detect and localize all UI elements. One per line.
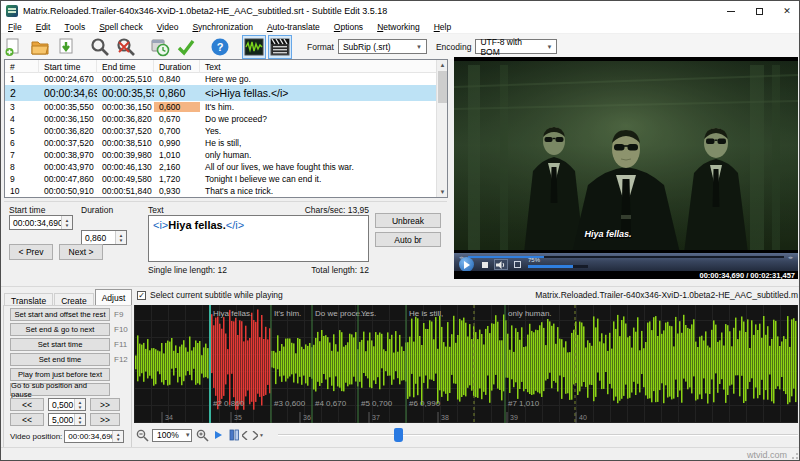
duration-label: Duration [81, 205, 113, 215]
table-row[interactable]: 400:00:36,15000:00:36,8200,670Do we proc… [5, 113, 447, 125]
open-file-button[interactable] [28, 35, 52, 59]
column-header[interactable]: Start time [39, 60, 97, 73]
menu-auto-translate[interactable]: Auto-translate [260, 21, 327, 34]
menu-edit[interactable]: Edit [29, 21, 58, 34]
table-row[interactable]: 200:00:34,69000:00:35,5500,860<i>Hiya fe… [5, 85, 447, 101]
menu-networking[interactable]: Networking [370, 21, 427, 34]
go-to-sub-position-and-pause-button[interactable]: Go to sub position and pause [10, 383, 110, 396]
svg-text:only human.: only human. [508, 309, 552, 318]
column-header[interactable]: Duration [154, 60, 200, 73]
encoding-dropdown[interactable]: UTF-8 with BOM▼ [475, 39, 557, 54]
subtitle-text-editor[interactable]: <i>Hiya fellas.</i> [148, 215, 369, 262]
nudge-large-input[interactable]: 5,000▲▼ [48, 413, 86, 426]
tab-adjust[interactable]: Adjust [95, 289, 133, 305]
menu-help[interactable]: Help [427, 21, 458, 34]
video-subtitle-overlay: Hiya fellas. [436, 229, 780, 239]
svg-text:35: 35 [234, 414, 242, 421]
svg-text:#6 0,990: #6 0,990 [409, 399, 441, 408]
nudge-fwd-small-button[interactable]: >> [90, 398, 120, 411]
video-timestamp: 00:00:34,690 / 00:02:31,457 [454, 271, 798, 279]
waveform-toolbar: 100%▼ ▼ [134, 425, 798, 445]
checkbox-icon: ✓ [137, 291, 146, 300]
menu-file[interactable]: File [1, 21, 29, 34]
table-row[interactable]: 1000:00:50,91000:00:51,8400,930That's a … [5, 185, 447, 197]
set-start-and-offset-the-rest-button[interactable]: Set start and offset the rest [10, 308, 110, 321]
playback-mode-button[interactable]: ▼ [242, 427, 264, 443]
stop-button[interactable] [482, 262, 488, 268]
title-bar[interactable]: Matrix.Reloaded.Trailer-640x346-XviD-1.0… [1, 1, 800, 21]
play-icon [463, 261, 470, 269]
minimize-button[interactable] [717, 1, 745, 21]
menu-spell-check[interactable]: Spell check [92, 21, 149, 34]
column-header[interactable]: Text [200, 60, 447, 73]
video-player[interactable]: Hiya fellas. ◂▸ ◂▸ 75% 00:00:34,690 / 00… [454, 57, 798, 279]
position-slider[interactable] [278, 427, 798, 443]
watermark-text: wtvid.com [747, 450, 787, 460]
vertical-zoom-button[interactable] [226, 427, 242, 443]
waveform-toggle-button[interactable] [242, 35, 266, 59]
menu-options[interactable]: Options [327, 21, 370, 34]
chars-per-sec-label: Chars/sec: 13,95 [305, 205, 369, 215]
menu-synchronization[interactable]: Synchronization [185, 21, 259, 34]
table-row[interactable]: 800:00:43,97000:00:46,1302,160All of our… [5, 161, 447, 173]
auto-br-button[interactable]: Auto br [375, 232, 441, 247]
table-row[interactable]: 300:00:35,55000:00:36,1500,600It's him. [5, 101, 447, 113]
subtitle-rows: 100:00:24,67000:00:25,5100,840Here we go… [5, 73, 447, 197]
menu-video[interactable]: Video [150, 21, 186, 34]
svg-text:#2 0,860: #2 0,860 [213, 399, 245, 408]
table-row[interactable]: 500:00:36,82000:00:37,5200,700Yes. [5, 125, 447, 137]
maximize-button[interactable] [745, 1, 773, 21]
subtitle-list-header[interactable]: #Start timeEnd timeDurationText [5, 60, 447, 73]
wave-play-button[interactable] [210, 427, 226, 443]
save-button[interactable] [54, 35, 78, 59]
column-header[interactable]: # [5, 60, 39, 73]
next-button[interactable]: Next > [59, 244, 103, 260]
nudge-back-small-button[interactable]: << [10, 398, 44, 411]
zoom-out-button[interactable] [134, 427, 150, 443]
save-icon [56, 37, 76, 57]
nudge-back-large-button[interactable]: << [10, 413, 44, 426]
fullscreen-button[interactable] [514, 261, 521, 268]
list-scrollbar[interactable]: ▲ ▼ [436, 60, 447, 197]
slider-thumb[interactable] [394, 428, 403, 442]
start-time-input[interactable]: 00:00:34,690▲▼ [9, 215, 73, 230]
scroll-down-icon: ▼ [437, 187, 448, 197]
format-dropdown[interactable]: SubRip (.srt)▼ [338, 39, 427, 54]
waveform-panel[interactable]: Hiya fellas.#2 0,860It's him.#3 0,600Do … [134, 305, 798, 423]
seek-bar[interactable] [468, 256, 784, 258]
table-row[interactable]: 100:00:24,67000:00:25,5100,840Here we go… [5, 73, 447, 85]
set-end-time-button[interactable]: Set end time [10, 353, 110, 366]
menu-tools[interactable]: Tools [57, 21, 92, 34]
unbreak-button[interactable]: Unbreak [375, 213, 441, 228]
replace-button[interactable] [114, 35, 138, 59]
new-file-button[interactable] [2, 35, 26, 59]
set-end-go-to-next-button[interactable]: Set end & go to next [10, 323, 110, 336]
spell-check-button[interactable] [174, 35, 198, 59]
seek-fwd-icon[interactable]: ◂▸ [788, 254, 793, 260]
total-length-label: Total length: 12 [311, 265, 369, 275]
help-button[interactable]: ? [208, 35, 232, 59]
mute-button[interactable] [494, 259, 508, 270]
waveform-zoom-dropdown[interactable]: 100%▼ [152, 429, 192, 442]
table-row[interactable]: 900:00:47,86000:00:49,5801,720Tonight I … [5, 173, 447, 185]
zoom-in-button[interactable] [194, 427, 210, 443]
video-toggle-button[interactable] [268, 35, 292, 59]
select-current-subtitle-checkbox[interactable]: ✓ Select current subtitle while playing [137, 290, 283, 300]
column-header[interactable]: End time [97, 60, 154, 73]
volume-slider[interactable] [528, 265, 588, 268]
visual-sync-button[interactable] [148, 35, 172, 59]
table-row[interactable]: 600:00:37,52000:00:38,5100,990He is stil… [5, 137, 447, 149]
nudge-fwd-large-button[interactable]: >> [90, 413, 120, 426]
play-button[interactable] [459, 257, 474, 272]
find-button[interactable] [88, 35, 112, 59]
open-folder-icon [30, 37, 50, 57]
video-position-input[interactable]: 00:00:34,690▲▼ [64, 430, 124, 443]
duration-input[interactable]: 0,860▲▼ [81, 230, 127, 245]
nudge-small-input[interactable]: 0,500▲▼ [48, 398, 86, 411]
close-button[interactable]: ✕ [773, 1, 800, 21]
resize-grip[interactable] [791, 452, 799, 460]
play-from-just-before-text-button[interactable]: Play from just before text [10, 368, 110, 381]
table-row[interactable]: 700:00:38,97000:00:39,9801,010only human… [5, 149, 447, 161]
set-start-time-button[interactable]: Set start time [10, 338, 110, 351]
prev-button[interactable]: < Prev [9, 244, 53, 260]
